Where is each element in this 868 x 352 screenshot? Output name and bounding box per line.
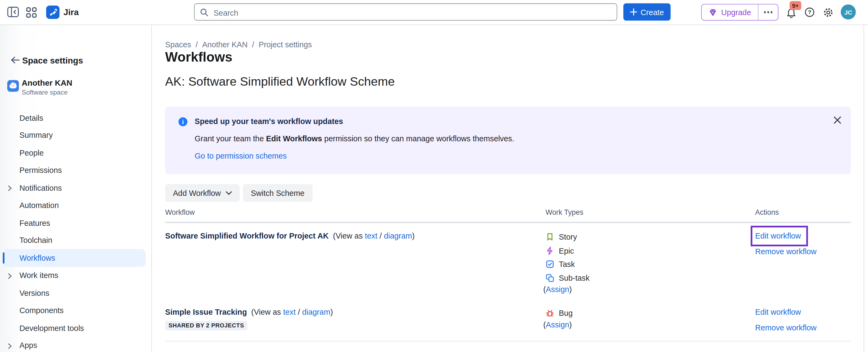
breadcrumb-project-settings[interactable]: Project settings bbox=[259, 40, 312, 49]
view-as-diagram-link[interactable]: diagram bbox=[384, 231, 412, 240]
breadcrumb-spaces[interactable]: Spaces bbox=[165, 40, 191, 49]
info-banner: i Speed up your team's workflow updates … bbox=[165, 107, 851, 174]
info-icon: i bbox=[179, 117, 187, 126]
chevron-right-icon bbox=[8, 273, 12, 279]
svg-text:?: ? bbox=[808, 9, 811, 15]
upgrade-more-button[interactable] bbox=[758, 4, 778, 20]
sidebar-item-label: Automation bbox=[20, 201, 59, 210]
chevron-right-icon bbox=[8, 185, 12, 191]
sidebar-item-details[interactable]: Details bbox=[3, 109, 146, 126]
sidebar-item-label: Summary bbox=[20, 131, 53, 140]
settings-gear-icon[interactable] bbox=[823, 7, 833, 18]
work-type-label: Bug bbox=[559, 309, 573, 318]
col-header-workflow: Workflow bbox=[165, 208, 546, 216]
sidebar-item-apps[interactable]: Apps bbox=[3, 337, 146, 352]
breadcrumb: Spaces/Another KAN/Project settings bbox=[165, 40, 312, 49]
workflow-row-simple-issue-tracking: Simple Issue Tracking (View as text / di… bbox=[165, 306, 851, 342]
breadcrumb-another-kan[interactable]: Another KAN bbox=[202, 40, 247, 49]
chevron-right-icon bbox=[8, 343, 12, 349]
sidebar-item-workflows[interactable]: Workflows bbox=[3, 249, 146, 267]
story-icon bbox=[546, 233, 554, 242]
global-search[interactable] bbox=[194, 3, 617, 21]
sidebar-item-label: Apps bbox=[20, 341, 37, 350]
view-as-text-link[interactable]: text bbox=[365, 231, 377, 240]
breadcrumb-separator: / bbox=[195, 40, 198, 49]
task-icon bbox=[546, 260, 554, 269]
view-as-diagram-link[interactable]: diagram bbox=[302, 308, 331, 316]
sidebar-title: Space settings bbox=[22, 56, 83, 66]
workflow-cell: Software Simplified Workflow for Project… bbox=[165, 230, 546, 297]
sidebar-item-components[interactable]: Components bbox=[3, 302, 146, 319]
sidebar-item-notifications[interactable]: Notifications bbox=[3, 179, 146, 197]
sidebar-item-work-items[interactable]: Work items bbox=[3, 267, 146, 284]
search-icon bbox=[199, 8, 209, 17]
view-as-text: (View as bbox=[251, 308, 283, 316]
assign-link[interactable]: Assign bbox=[546, 285, 569, 294]
user-avatar[interactable]: JC bbox=[841, 4, 856, 20]
add-workflow-button[interactable]: Add Workflow bbox=[165, 184, 240, 202]
premium-gem-icon bbox=[708, 8, 717, 17]
switch-scheme-button[interactable]: Switch Scheme bbox=[243, 184, 312, 202]
sidebar-item-automation[interactable]: Automation bbox=[3, 197, 146, 214]
add-workflow-label: Add Workflow bbox=[173, 189, 221, 197]
edit-workflow-link[interactable]: Edit workflow bbox=[755, 230, 801, 241]
chevron-down-icon bbox=[226, 191, 232, 195]
create-button-label: Create bbox=[641, 7, 664, 17]
app-name: Jira bbox=[63, 7, 79, 17]
app-switcher-icon[interactable] bbox=[26, 7, 37, 18]
create-button[interactable]: Create bbox=[623, 3, 671, 21]
sidebar-item-label: Components bbox=[20, 306, 63, 315]
col-header-actions: Actions bbox=[755, 208, 851, 216]
close-icon[interactable] bbox=[833, 116, 842, 125]
sidebar-item-people[interactable]: People bbox=[3, 144, 146, 162]
work-types-cell: StoryEpicTaskSub-task(Assign) bbox=[546, 230, 755, 297]
assign-link[interactable]: Assign bbox=[546, 320, 569, 329]
remove-workflow-link[interactable]: Remove workflow bbox=[755, 323, 816, 332]
edit-workflow-link[interactable]: Edit workflow bbox=[755, 308, 801, 316]
breadcrumb-separator: / bbox=[252, 40, 254, 49]
view-as-text-link[interactable]: text bbox=[283, 308, 296, 316]
work-type-label: Epic bbox=[559, 246, 574, 255]
plus-icon bbox=[630, 8, 637, 16]
vertical-scrollbar[interactable] bbox=[864, 25, 868, 352]
work-type-label: Story bbox=[559, 233, 577, 242]
workflow-row-software-simplified-workflow-for-project-ak: Software Simplified Workflow for Project… bbox=[165, 223, 851, 297]
sidebar-item-permissions[interactable]: Permissions bbox=[3, 162, 146, 179]
remove-workflow-link[interactable]: Remove workflow bbox=[755, 247, 816, 256]
sidebar-item-toolchain[interactable]: Toolchain bbox=[3, 231, 146, 249]
banner-title: Speed up your team's workflow updates bbox=[194, 117, 343, 126]
subtask-icon bbox=[546, 274, 554, 282]
space-type: Software space bbox=[22, 88, 67, 96]
sidebar-item-summary[interactable]: Summary bbox=[3, 126, 146, 144]
assign-line: (Assign) bbox=[543, 320, 755, 332]
ellipsis-icon bbox=[764, 11, 772, 13]
jira-logo-icon[interactable] bbox=[46, 6, 59, 19]
sidebar-item-label: Details bbox=[20, 113, 43, 122]
help-icon[interactable]: ? bbox=[805, 7, 814, 17]
jira-workflows-page: Jira Create Upgrade bbox=[0, 0, 868, 352]
table-header-row: Workflow Work Types Actions bbox=[165, 208, 851, 223]
shared-projects-badge: SHARED BY 2 PROJECTS bbox=[165, 321, 247, 330]
epic-icon bbox=[546, 246, 554, 255]
work-type-bug: Bug bbox=[546, 306, 755, 320]
work-type-story: Story bbox=[546, 230, 755, 244]
sidebar-item-versions[interactable]: Versions bbox=[3, 284, 146, 302]
actions-cell: Edit workflowRemove workflow bbox=[755, 306, 851, 333]
work-type-epic: Epic bbox=[546, 244, 755, 257]
space-name: Another KAN bbox=[22, 78, 72, 87]
work-types-cell: Bug(Assign) bbox=[546, 306, 755, 333]
sidebar-item-label: Development tools bbox=[20, 323, 84, 332]
main-content: Spaces/Another KAN/Project settings Work… bbox=[152, 25, 868, 352]
work-type-label: Task bbox=[559, 260, 575, 269]
collapse-sidebar-icon[interactable] bbox=[7, 7, 19, 17]
back-arrow-icon[interactable] bbox=[10, 56, 20, 64]
notifications-count-badge: 9+ bbox=[789, 1, 801, 10]
permission-schemes-link[interactable]: Go to permission schemes bbox=[194, 151, 287, 160]
workflow-cell: Simple Issue Tracking (View as text / di… bbox=[165, 306, 546, 333]
search-input[interactable] bbox=[212, 4, 604, 21]
upgrade-button[interactable]: Upgrade bbox=[702, 4, 758, 20]
scheme-title: AK: Software Simplified Workflow Scheme bbox=[165, 74, 395, 90]
sidebar-item-development-tools[interactable]: Development tools bbox=[3, 319, 146, 337]
sidebar-item-features[interactable]: Features bbox=[3, 214, 146, 231]
work-type-label: Sub-task bbox=[559, 274, 590, 282]
